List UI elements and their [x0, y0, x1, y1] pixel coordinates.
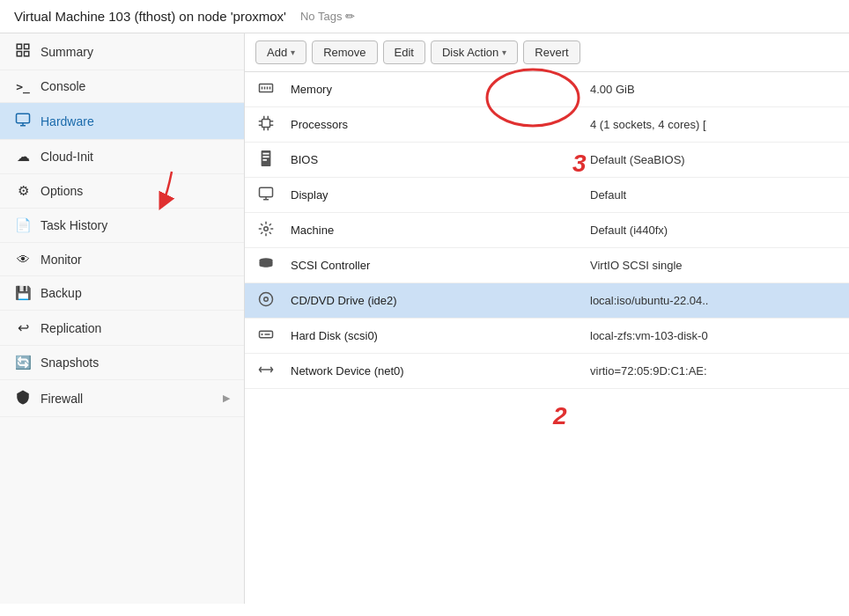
summary-icon: [14, 42, 32, 61]
network-icon: [245, 355, 287, 388]
sidebar-item-replication[interactable]: ↩ Replication: [0, 311, 244, 346]
tags-edit-icon[interactable]: ✏: [345, 10, 355, 23]
disk-action-dropdown-arrow: ▾: [502, 48, 506, 57]
cloud-init-icon: ☁: [14, 149, 32, 165]
hw-row-memory[interactable]: Memory 4.00 GiB: [245, 72, 849, 107]
sidebar-item-snapshots[interactable]: 🔄 Snapshots: [0, 346, 244, 380]
edit-label: Edit: [395, 46, 414, 59]
hw-name-processors: Processors: [287, 111, 587, 138]
svg-point-28: [264, 226, 269, 231]
firewall-icon: [14, 389, 32, 407]
edit-button[interactable]: Edit: [383, 40, 425, 64]
title-bar: Virtual Machine 103 (fthost) on node 'pr…: [0, 0, 849, 33]
hw-name-memory: Memory: [287, 76, 587, 103]
cpu-icon: [245, 108, 287, 142]
snapshots-icon: 🔄: [14, 355, 32, 370]
svg-rect-3: [25, 52, 29, 56]
disk-action-button[interactable]: Disk Action ▾: [431, 40, 518, 64]
toolbar: Add ▾ Remove Edit Disk Action ▾ Revert: [245, 33, 849, 72]
sidebar-item-hardware[interactable]: Hardware: [0, 103, 244, 140]
hw-value-harddisk: local-zfs:vm-103-disk-0: [587, 322, 849, 349]
hw-row-scsi-controller[interactable]: SCSI Controller VirtIO SCSI single: [245, 248, 849, 283]
hw-value-memory: 4.00 GiB: [587, 76, 849, 103]
remove-label: Remove: [323, 46, 365, 59]
sidebar-item-cloud-init[interactable]: ☁ Cloud-Init: [0, 140, 244, 174]
display-icon: [245, 179, 287, 212]
revert-label: Revert: [535, 46, 568, 59]
sidebar-item-label: Console: [41, 79, 85, 93]
task-history-icon: 📄: [14, 217, 32, 233]
svg-rect-12: [262, 119, 270, 127]
hw-value-network: virtio=72:05:9D:C1:AE:: [587, 357, 849, 385]
svg-rect-22: [262, 152, 269, 154]
hw-row-display[interactable]: Display Default: [245, 178, 849, 213]
sidebar-item-label: Backup: [41, 286, 82, 300]
disk-action-label: Disk Action: [442, 46, 498, 59]
hw-value-scsi-controller: VirtIO SCSI single: [587, 252, 849, 279]
sidebar-item-label: Options: [41, 184, 83, 198]
hdd-icon: [245, 319, 287, 353]
add-dropdown-arrow: ▾: [291, 48, 295, 57]
sidebar: Summary >_ Console Hardware ☁ Cloud-Init…: [0, 33, 245, 604]
svg-rect-2: [17, 52, 21, 56]
svg-rect-25: [260, 187, 273, 197]
hw-row-network[interactable]: Network Device (net0) virtio=72:05:9D:C1…: [245, 354, 849, 389]
options-icon: ⚙: [14, 183, 32, 199]
content-area: Add ▾ Remove Edit Disk Action ▾ Revert M…: [245, 33, 849, 604]
scsi-icon: [245, 249, 287, 282]
cdrom-icon: [245, 284, 287, 318]
revert-button[interactable]: Revert: [523, 40, 580, 64]
hw-name-cddvd: CD/DVD Drive (ide2): [287, 287, 587, 314]
sidebar-item-options[interactable]: ⚙ Options: [0, 174, 244, 209]
sidebar-item-summary[interactable]: Summary: [0, 33, 244, 70]
hw-row-harddisk[interactable]: Hard Disk (scsi0) local-zfs:vm-103-disk-…: [245, 319, 849, 354]
main-layout: Summary >_ Console Hardware ☁ Cloud-Init…: [0, 33, 849, 604]
hw-value-bios: Default (SeaBIOS): [587, 146, 849, 173]
hw-name-display: Display: [287, 181, 587, 209]
remove-button[interactable]: Remove: [312, 40, 377, 64]
add-label: Add: [267, 46, 287, 59]
svg-point-30: [260, 292, 273, 305]
hw-name-scsi-controller: SCSI Controller: [287, 252, 587, 279]
svg-rect-1: [25, 44, 29, 48]
sidebar-item-console[interactable]: >_ Console: [0, 70, 244, 103]
sidebar-item-label: Replication: [41, 321, 101, 335]
hw-row-cddvd[interactable]: CD/DVD Drive (ide2) local:iso/ubuntu-22.…: [245, 283, 849, 319]
sidebar-item-backup[interactable]: 💾 Backup: [0, 276, 244, 311]
sidebar-item-task-history[interactable]: 📄 Task History: [0, 209, 244, 243]
hw-value-processors: 4 (1 sockets, 4 cores) [: [587, 111, 849, 138]
hw-name-bios: BIOS: [287, 146, 587, 173]
machine-icon: [245, 214, 287, 247]
hw-value-cddvd: local:iso/ubuntu-22.04..: [587, 287, 849, 314]
console-icon: >_: [14, 80, 32, 93]
hw-name-harddisk: Hard Disk (scsi0): [287, 322, 587, 349]
sidebar-item-label: Hardware: [41, 114, 94, 128]
svg-rect-24: [262, 158, 267, 160]
hw-name-network: Network Device (net0): [287, 357, 587, 385]
hardware-icon: [14, 112, 32, 130]
svg-rect-21: [262, 150, 271, 166]
vm-title: Virtual Machine 103 (fthost) on node 'pr…: [14, 9, 286, 24]
add-button[interactable]: Add ▾: [255, 40, 306, 64]
hw-value-display: Default: [587, 181, 849, 209]
svg-point-31: [264, 297, 269, 301]
hw-row-processors[interactable]: Processors 4 (1 sockets, 4 cores) [: [245, 107, 849, 143]
sidebar-item-label: Firewall: [41, 392, 83, 406]
hw-name-machine: Machine: [287, 216, 587, 244]
bios-icon: [245, 143, 287, 177]
sidebar-item-label: Cloud-Init: [41, 150, 93, 164]
hw-row-machine[interactable]: Machine Default (i440fx): [245, 213, 849, 248]
sidebar-item-monitor[interactable]: 👁 Monitor: [0, 243, 244, 276]
replication-icon: ↩: [14, 319, 32, 336]
sidebar-item-firewall[interactable]: Firewall ▶: [0, 380, 244, 417]
svg-rect-4: [17, 114, 30, 123]
memory-icon: [245, 73, 287, 106]
tags-label: No Tags: [300, 10, 342, 23]
hw-row-bios[interactable]: BIOS Default (SeaBIOS): [245, 143, 849, 178]
sidebar-item-label: Snapshots: [41, 356, 99, 370]
sidebar-item-label: Task History: [41, 218, 107, 232]
monitor-icon: 👁: [14, 252, 32, 267]
svg-rect-0: [17, 44, 21, 48]
svg-rect-23: [262, 156, 269, 158]
sidebar-item-label: Summary: [41, 45, 93, 59]
